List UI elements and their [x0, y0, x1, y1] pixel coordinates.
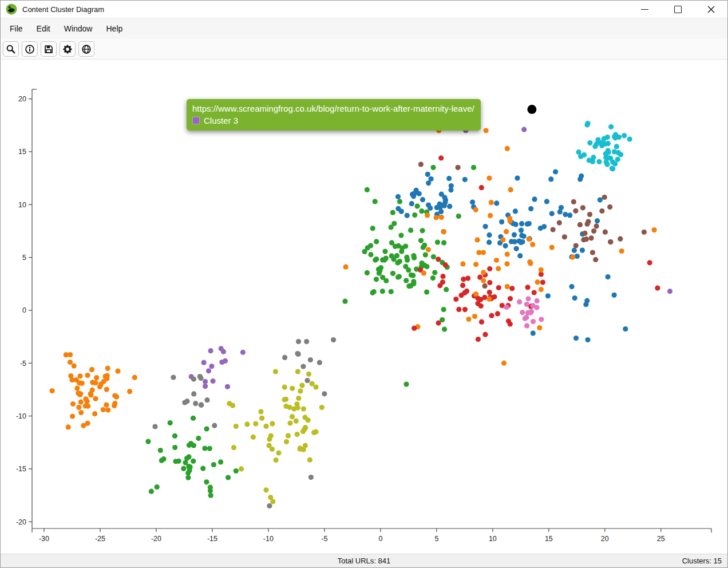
data-point[interactable]	[203, 379, 208, 384]
data-point[interactable]	[78, 391, 83, 396]
close-button[interactable]	[694, 1, 727, 18]
data-point[interactable]	[479, 185, 484, 190]
data-point[interactable]	[492, 294, 497, 299]
data-point[interactable]	[70, 413, 75, 419]
data-point[interactable]	[420, 228, 425, 233]
data-point[interactable]	[389, 289, 394, 294]
data-point[interactable]	[208, 493, 213, 498]
data-point[interactable]	[207, 446, 212, 451]
data-point[interactable]	[514, 246, 519, 251]
data-point[interactable]	[399, 245, 405, 250]
data-point[interactable]	[464, 289, 469, 294]
data-point[interactable]	[398, 233, 403, 238]
data-point[interactable]	[441, 229, 446, 234]
data-point[interactable]	[500, 237, 505, 242]
data-point[interactable]	[472, 314, 477, 319]
data-point[interactable]	[642, 230, 647, 235]
data-point[interactable]	[481, 270, 486, 275]
data-point[interactable]	[441, 307, 446, 312]
data-point[interactable]	[580, 205, 585, 210]
data-point[interactable]	[234, 424, 239, 429]
data-point[interactable]	[441, 240, 446, 245]
data-point[interactable]	[421, 244, 426, 250]
data-point[interactable]	[623, 326, 628, 332]
data-point[interactable]	[301, 406, 306, 411]
data-point[interactable]	[458, 293, 464, 298]
data-point[interactable]	[423, 253, 428, 258]
data-point[interactable]	[258, 409, 263, 414]
data-point[interactable]	[225, 475, 231, 480]
data-point[interactable]	[420, 261, 425, 266]
data-point[interactable]	[591, 228, 596, 234]
data-point[interactable]	[373, 258, 378, 263]
data-point[interactable]	[296, 352, 301, 357]
data-point[interactable]	[508, 296, 513, 301]
data-point[interactable]	[532, 196, 537, 202]
data-point[interactable]	[317, 360, 322, 365]
data-point[interactable]	[647, 260, 652, 265]
data-point[interactable]	[92, 411, 97, 416]
data-point[interactable]	[300, 364, 306, 369]
data-point[interactable]	[295, 369, 300, 374]
save-button[interactable]	[41, 41, 57, 57]
data-point[interactable]	[295, 405, 300, 410]
data-point[interactable]	[181, 466, 186, 471]
data-point[interactable]	[612, 293, 617, 298]
data-point[interactable]	[590, 250, 595, 255]
data-point[interactable]	[482, 283, 488, 289]
data-point[interactable]	[85, 373, 90, 378]
scatter-canvas[interactable]: -30-25-20-15-10-5051015202520151050-5-10…	[1, 60, 728, 555]
data-point[interactable]	[319, 405, 325, 410]
data-point[interactable]	[365, 187, 370, 192]
data-point[interactable]	[446, 176, 452, 181]
data-point[interactable]	[193, 401, 198, 406]
data-point[interactable]	[298, 445, 303, 451]
data-point[interactable]	[412, 212, 417, 218]
data-point[interactable]	[544, 199, 549, 204]
data-point[interactable]	[440, 274, 445, 279]
data-point[interactable]	[437, 283, 442, 288]
data-point[interactable]	[501, 361, 507, 366]
data-point[interactable]	[298, 389, 303, 394]
data-point[interactable]	[403, 382, 409, 387]
data-point[interactable]	[539, 267, 544, 273]
data-point[interactable]	[158, 448, 163, 453]
data-point[interactable]	[112, 393, 117, 399]
data-point[interactable]	[251, 435, 256, 440]
data-point[interactable]	[204, 479, 209, 484]
data-point[interactable]	[466, 317, 471, 322]
data-point[interactable]	[70, 401, 76, 407]
data-point[interactable]	[263, 487, 268, 492]
data-point[interactable]	[603, 230, 608, 235]
cluster-scatter-plot[interactable]: -30-25-20-15-10-5051015202520151050-5-10…	[1, 60, 728, 555]
data-point[interactable]	[168, 420, 173, 425]
data-point[interactable]	[517, 299, 522, 305]
data-point[interactable]	[494, 258, 499, 263]
data-point[interactable]	[535, 279, 540, 285]
data-point[interactable]	[132, 375, 137, 380]
data-point[interactable]	[595, 218, 600, 223]
data-point[interactable]	[456, 214, 461, 219]
data-point[interactable]	[307, 457, 312, 463]
data-point[interactable]	[295, 432, 300, 437]
data-point[interactable]	[432, 270, 437, 275]
data-point[interactable]	[534, 305, 539, 310]
data-point[interactable]	[230, 403, 235, 408]
data-point[interactable]	[270, 421, 275, 426]
data-point[interactable]	[373, 199, 378, 204]
data-point[interactable]	[84, 399, 89, 404]
menu-window[interactable]: Window	[57, 19, 100, 38]
data-point[interactable]	[282, 355, 287, 360]
data-point[interactable]	[390, 271, 395, 276]
search-button[interactable]	[3, 41, 19, 57]
data-point[interactable]	[225, 384, 230, 389]
data-point[interactable]	[70, 377, 75, 382]
data-point[interactable]	[219, 360, 224, 365]
data-point[interactable]	[290, 386, 295, 391]
data-point[interactable]	[105, 408, 110, 413]
data-point[interactable]	[521, 234, 527, 239]
data-point[interactable]	[508, 187, 513, 192]
data-point[interactable]	[78, 400, 84, 405]
data-point[interactable]	[104, 376, 109, 381]
data-point[interactable]	[567, 212, 572, 218]
